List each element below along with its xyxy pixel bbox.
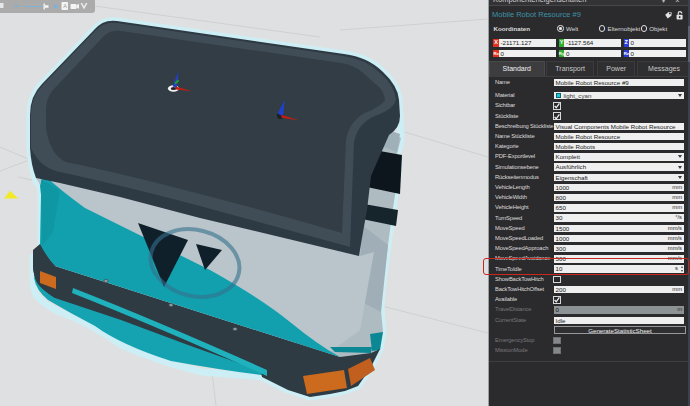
svg-text:A: A xyxy=(63,3,67,9)
